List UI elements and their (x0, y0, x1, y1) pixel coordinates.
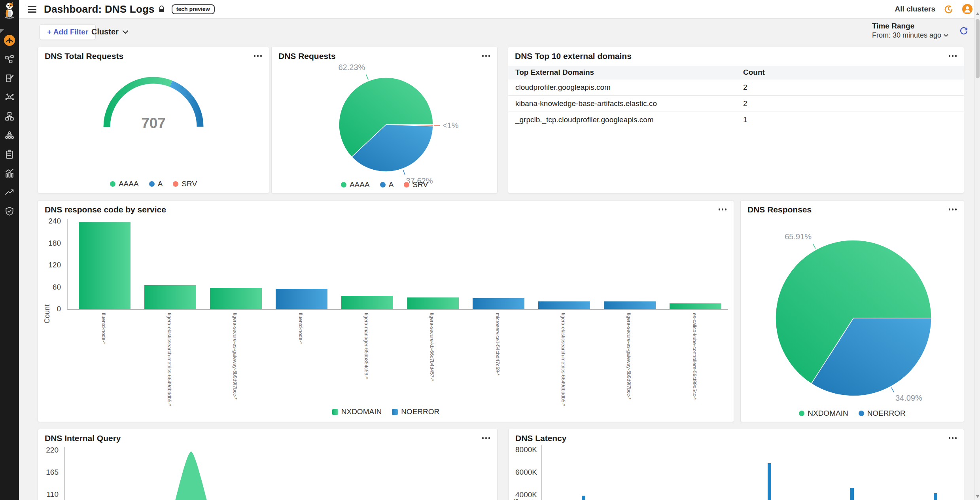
bar-category-label: tigera-manager-65db854c59-* (363, 313, 369, 407)
sidebar-wedge (0, 29, 4, 33)
bar-NOERROR[interactable] (538, 301, 590, 309)
scrollbar-thumb[interactable] (976, 19, 980, 78)
scroll-up-arrow-icon[interactable] (976, 12, 979, 15)
axis-tick: 240 (38, 217, 61, 225)
bar-category-label: tigera-secure-es-gateway-6b9d9f7bcc-* (626, 313, 632, 407)
legend-item[interactable]: SRV (173, 180, 197, 188)
scroll-down-arrow-icon[interactable] (976, 495, 979, 498)
table-cell: 2 (736, 80, 964, 96)
legend-item[interactable]: SRV (404, 180, 428, 189)
legend-marker-icon (380, 182, 386, 188)
bar-NXDOMAIN[interactable] (670, 303, 721, 309)
pie-chart: 34.09%65.91% (741, 201, 964, 422)
bar-NOERROR[interactable] (276, 289, 327, 309)
legend-item[interactable]: AAAA (341, 180, 370, 189)
legend-label: NOERROR (401, 407, 439, 416)
pie-percent-label: 62.23% (338, 63, 365, 72)
legend-marker-icon (332, 409, 338, 415)
latency-bar[interactable] (582, 496, 585, 500)
panel-menu-icon[interactable] (947, 434, 959, 443)
sidebar-item-flow-tree[interactable] (0, 50, 19, 69)
bar-NOERROR[interactable] (473, 298, 524, 309)
sidebar-item-sitemap[interactable] (0, 107, 19, 126)
panel-menu-icon[interactable] (252, 51, 264, 61)
legend-label: AAAA (350, 180, 370, 189)
legend-marker-icon (173, 181, 178, 187)
legend-marker-icon (392, 409, 398, 415)
chart-legend: NXDOMAINNOERROR (741, 409, 964, 418)
table-row: kibana-knowledge-base-artifacts.elastic.… (508, 96, 964, 112)
time-range-control[interactable]: Time Range From: 30 minutes ago (872, 22, 948, 40)
bar-NOERROR[interactable] (604, 301, 656, 309)
legend-item[interactable]: A (380, 180, 394, 189)
sidebar-item-network-graph[interactable] (0, 88, 19, 107)
history-icon[interactable] (943, 4, 954, 15)
latency-bar[interactable] (934, 493, 937, 500)
bar-NXDOMAIN[interactable] (210, 288, 262, 309)
sidebar-item-shield-check[interactable] (0, 202, 19, 221)
legend-label: NOERROR (867, 409, 906, 418)
time-range-value: From: 30 minutes ago (872, 31, 941, 40)
bar-NXDOMAIN[interactable] (79, 222, 131, 309)
legend-item[interactable]: A (149, 180, 163, 188)
legend-item[interactable]: NOERROR (859, 409, 906, 418)
menu-icon[interactable] (26, 4, 38, 14)
chart-legend: NXDOMAINNOERROR (38, 407, 734, 416)
legend-item[interactable]: NXDOMAIN (332, 407, 382, 416)
latency-bar[interactable] (768, 463, 771, 500)
legend-marker-icon (859, 411, 864, 416)
area-spike[interactable] (164, 451, 218, 500)
panel-menu-icon[interactable] (947, 51, 959, 61)
bar-NXDOMAIN[interactable] (341, 296, 393, 309)
panel-dns-top-domains: DNS Top 10 external domains Top External… (508, 47, 964, 193)
panel-menu-icon[interactable] (947, 205, 959, 214)
axis-tick: 6000K (509, 468, 537, 477)
sidebar-item-trend-up[interactable] (0, 183, 19, 202)
cluster-scope-selector[interactable]: All clusters (895, 5, 935, 13)
page-scrollbar[interactable] (974, 0, 980, 500)
y-axis-line (541, 445, 542, 500)
cluster-dropdown[interactable]: Cluster (91, 27, 129, 36)
pie-percent-label: 65.91% (785, 232, 812, 241)
gauge-value: 707 (38, 115, 269, 132)
column-header[interactable]: Top External Domains (508, 66, 736, 80)
calico-cat-logo[interactable] (1, 1, 18, 19)
panel-menu-icon[interactable] (481, 51, 492, 61)
pie-percent-label: 34.09% (895, 394, 922, 402)
latency-bar[interactable] (850, 488, 854, 500)
panel-menu-icon[interactable] (717, 205, 728, 214)
sidebar-item-bar-stats[interactable] (0, 164, 19, 183)
add-filter-button[interactable]: + Add Filter (40, 24, 96, 40)
bar-category-label: es-calico-kube-controllers-56cf99d5cc-* (692, 313, 697, 407)
panel-dns-total-requests: DNS Total Requests 707 AAAAASRV (38, 47, 269, 193)
legend-marker-icon (799, 411, 804, 416)
sidebar-item-cluster-nodes[interactable] (0, 126, 19, 145)
bar-chart: 240180120600fluentd-node-*tigera-elastic… (38, 201, 734, 422)
sidebar-item-dashboards[interactable] (0, 31, 19, 50)
legend-marker-icon (341, 182, 346, 188)
panel-title: DNS Top 10 external domains (515, 51, 632, 61)
chart-legend: AAAAASRV (272, 180, 497, 189)
legend-marker-icon (110, 181, 115, 187)
y-axis-line (67, 219, 68, 309)
panel-menu-icon[interactable] (481, 434, 492, 443)
sidebar-item-clipboard[interactable] (0, 145, 19, 164)
axis-tick: 180 (38, 239, 61, 248)
refresh-icon[interactable] (959, 26, 969, 36)
user-avatar[interactable] (962, 4, 973, 15)
bar-category-label: tigera-elasticsearch-metrics-6649dbddb5-… (166, 313, 172, 407)
panel-title: DNS Requests (278, 51, 336, 61)
cluster-dropdown-label: Cluster (91, 27, 119, 36)
table-cell: kibana-knowledge-base-artifacts.elastic.… (508, 96, 736, 112)
bar-NXDOMAIN[interactable] (144, 285, 196, 309)
sidebar-item-policies[interactable] (0, 69, 19, 88)
legend-label: A (158, 180, 163, 188)
legend-item[interactable]: AAAA (110, 180, 139, 188)
legend-item[interactable]: NOERROR (392, 407, 439, 416)
legend-label: NXDOMAIN (808, 409, 848, 418)
panel-title: DNS Total Requests (45, 51, 123, 61)
bar-NXDOMAIN[interactable] (407, 297, 459, 309)
legend-item[interactable]: NXDOMAIN (799, 409, 848, 418)
table-row: _grpclb._tcp.cloudprofiler.googleapis.co… (508, 112, 964, 128)
column-header[interactable]: Count (736, 66, 964, 80)
